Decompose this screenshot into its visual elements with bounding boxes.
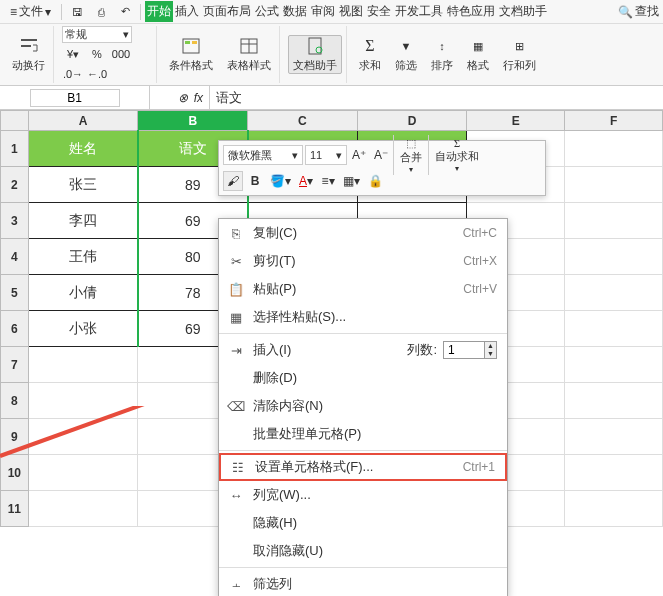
mini-font-select[interactable]: 微软雅黑▾ [223, 145, 303, 165]
cell[interactable]: 小倩 [28, 275, 138, 311]
format-painter-icon[interactable]: 🖌 [223, 171, 243, 191]
cell[interactable]: 姓名 [28, 131, 138, 167]
cell[interactable] [565, 491, 663, 527]
sort-button[interactable]: ↕排序 [427, 36, 457, 73]
save-icon[interactable]: 🖫 [66, 3, 88, 21]
ctx-item-9[interactable]: ↔列宽(W)... [219, 481, 507, 509]
cell[interactable]: 王伟 [28, 239, 138, 275]
cell[interactable]: 小张 [28, 311, 138, 347]
cell[interactable] [28, 455, 138, 491]
percent-icon[interactable]: % [86, 45, 108, 63]
name-box[interactable] [30, 89, 120, 107]
ctx-item-5[interactable]: 删除(D) [219, 364, 507, 392]
row-header-9[interactable]: 9 [1, 419, 29, 455]
ctx-item-6[interactable]: ⌫清除内容(N) [219, 392, 507, 420]
decrease-font-icon[interactable]: A⁻ [371, 145, 391, 165]
cell[interactable] [565, 455, 663, 491]
fill-color-icon[interactable]: 🪣▾ [267, 171, 294, 191]
rowcol-button[interactable]: ⊞行和列 [499, 36, 540, 73]
search-button[interactable]: 🔍 查找 [618, 3, 659, 20]
row-header-7[interactable]: 7 [1, 347, 29, 383]
ctx-item-10[interactable]: 隐藏(H) [219, 509, 507, 537]
align-icon[interactable]: ≡▾ [318, 171, 338, 191]
font-color-icon[interactable]: A▾ [296, 171, 316, 191]
row-header-10[interactable]: 10 [1, 455, 29, 491]
tab-7[interactable]: 安全 [365, 1, 393, 22]
comma-icon[interactable]: 000 [110, 45, 132, 63]
cell[interactable] [565, 347, 663, 383]
tab-6[interactable]: 视图 [337, 1, 365, 22]
ctx-item-1[interactable]: ✂剪切(T)Ctrl+X [219, 247, 507, 275]
tab-10[interactable]: 文档助手 [497, 1, 549, 22]
undo-icon[interactable]: ↶ [114, 3, 136, 21]
insert-count-spinner[interactable]: ▲▼ [443, 341, 497, 359]
ctx-item-4[interactable]: ⇥插入(I)列数:▲▼ [219, 336, 507, 364]
bold-icon[interactable]: B [245, 171, 265, 191]
cell[interactable] [565, 419, 663, 455]
ctx-item-3[interactable]: ▦选择性粘贴(S)... [219, 303, 507, 331]
print-icon[interactable]: ⎙ [90, 3, 112, 21]
insert-count-input[interactable] [444, 342, 484, 358]
ctx-item-0[interactable]: ⎘复制(C)Ctrl+C [219, 219, 507, 247]
select-all-corner[interactable] [1, 111, 29, 131]
increase-font-icon[interactable]: A⁺ [349, 145, 369, 165]
number-format-select[interactable]: 常规▾ [62, 26, 132, 43]
formula-input[interactable]: 语文 [210, 89, 663, 107]
row-header-5[interactable]: 5 [1, 275, 29, 311]
col-header-C[interactable]: C [248, 111, 358, 131]
col-header-B[interactable]: B [138, 111, 248, 131]
col-header-F[interactable]: F [565, 111, 663, 131]
row-header-8[interactable]: 8 [1, 383, 29, 419]
currency-icon[interactable]: ¥▾ [62, 45, 84, 63]
tab-9[interactable]: 特色应用 [445, 1, 497, 22]
cell[interactable] [565, 383, 663, 419]
cell[interactable] [565, 311, 663, 347]
autosum-button[interactable]: Σ自动求和▾ [431, 137, 483, 173]
row-header-11[interactable]: 11 [1, 491, 29, 527]
row-header-2[interactable]: 2 [1, 167, 29, 203]
tab-2[interactable]: 页面布局 [201, 1, 253, 22]
col-header-A[interactable]: A [28, 111, 138, 131]
cell[interactable] [28, 419, 138, 455]
col-header-E[interactable]: E [467, 111, 565, 131]
spinner-arrows[interactable]: ▲▼ [484, 342, 496, 358]
row-header-6[interactable]: 6 [1, 311, 29, 347]
ctx-item-2[interactable]: 📋粘贴(P)Ctrl+V [219, 275, 507, 303]
ctx-item-11[interactable]: 取消隐藏(U) [219, 537, 507, 565]
table-style-button[interactable]: 表格样式 [223, 36, 275, 73]
format-button[interactable]: ▦格式 [463, 36, 493, 73]
cell[interactable] [565, 203, 663, 239]
tab-8[interactable]: 开发工具 [393, 1, 445, 22]
lock-icon[interactable]: 🔒 [365, 171, 386, 191]
mini-size-select[interactable]: 11▾ [305, 145, 347, 165]
ctx-item-8[interactable]: ☷设置单元格格式(F)...Ctrl+1 [219, 453, 507, 481]
merge-button[interactable]: ⬚合并▾ [396, 137, 426, 174]
ctx-item-12[interactable]: ⫠筛选列 [219, 570, 507, 596]
filter-button[interactable]: ▼筛选 [391, 36, 421, 73]
border-icon[interactable]: ▦▾ [340, 171, 363, 191]
cell[interactable] [565, 239, 663, 275]
inc-decimal-icon[interactable]: .0→ [62, 65, 84, 83]
fx-cancel-icon[interactable]: ⊗ [178, 91, 188, 105]
cell[interactable]: 李四 [28, 203, 138, 239]
cell[interactable] [565, 131, 663, 167]
tab-0[interactable]: 开始 [145, 1, 173, 22]
cell[interactable] [565, 167, 663, 203]
wrap-text-button[interactable]: 动换行 [8, 36, 49, 73]
sum-button[interactable]: Σ求和 [355, 36, 385, 73]
col-header-D[interactable]: D [357, 111, 467, 131]
conditional-format-button[interactable]: 条件格式 [165, 36, 217, 73]
row-header-4[interactable]: 4 [1, 239, 29, 275]
tab-1[interactable]: 插入 [173, 1, 201, 22]
row-header-1[interactable]: 1 [1, 131, 29, 167]
cell[interactable] [28, 383, 138, 419]
cell[interactable]: 张三 [28, 167, 138, 203]
dec-decimal-icon[interactable]: ←.0 [86, 65, 108, 83]
tab-4[interactable]: 数据 [281, 1, 309, 22]
cell[interactable] [565, 275, 663, 311]
cell[interactable] [28, 347, 138, 383]
cell[interactable] [28, 491, 138, 527]
file-menu[interactable]: ≡ 文件 ▾ [4, 3, 57, 20]
ctx-item-7[interactable]: 批量处理单元格(P) [219, 420, 507, 448]
doc-helper-button[interactable]: 文档助手 [288, 35, 342, 74]
